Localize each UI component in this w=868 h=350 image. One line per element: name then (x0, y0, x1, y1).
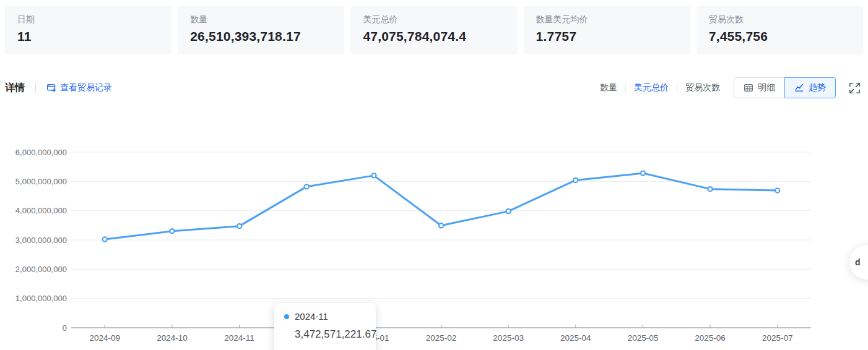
metric-tab-3[interactable]: 贸易次数 (685, 82, 720, 93)
stat-card-label: 贸易次数 (709, 14, 851, 24)
x-axis-tick-label: 2024-11 (224, 333, 254, 343)
y-axis-tick-label: 5,000,000,000 (15, 177, 67, 186)
data-point-marker[interactable] (237, 224, 241, 228)
stat-card-value: 26,510,393,718.17 (190, 29, 332, 44)
x-axis-tick-label: 2024-10 (157, 333, 188, 343)
chart-tooltip: 2024-11 3,472,571,221.67 (274, 303, 376, 350)
y-axis-tick-label: 1,000,000,000 (15, 294, 67, 303)
detail-header-right: 数量美元总价贸易次数 明细趋势 (600, 77, 861, 98)
tooltip-series-label: 2024-11 (295, 311, 328, 322)
tab-divider (677, 84, 677, 92)
x-axis-tick-label: 2024-09 (90, 333, 121, 343)
toggle-button-label: 趋势 (809, 82, 826, 93)
page-title: 详情 (5, 82, 25, 95)
stat-card-value: 7,455,756 (709, 29, 851, 44)
data-point-marker[interactable] (103, 237, 107, 241)
metric-tab-1[interactable]: 数量 (600, 82, 617, 93)
stat-card-label: 美元总价 (363, 14, 505, 24)
y-axis-tick-label: 6,000,000,000 (15, 148, 67, 157)
stat-card: 数量美元均价1.7757 (524, 6, 690, 54)
x-axis-tick-label: 2025-06 (695, 333, 726, 343)
stat-card: 日期11 (5, 6, 171, 54)
y-axis-tick-label: 4,000,000,000 (15, 206, 67, 215)
y-axis-tick-label: 3,000,000,000 (15, 236, 67, 245)
view-toggle-group: 明细趋势 (734, 77, 836, 98)
view-trade-records-link[interactable]: 查看贸易记录 (46, 82, 112, 93)
data-point-marker[interactable] (305, 184, 309, 189)
vertical-divider (35, 83, 36, 93)
view-trade-records-label: 查看贸易记录 (60, 82, 112, 93)
table-icon (744, 83, 753, 93)
x-axis-tick-label: 2025-05 (628, 333, 659, 343)
data-point-marker[interactable] (506, 209, 511, 213)
data-point-marker[interactable] (573, 178, 578, 182)
stat-card: 贸易次数7,455,756 (697, 6, 863, 54)
data-point-marker[interactable] (708, 187, 712, 191)
x-axis-tick-label: 2025-03 (493, 333, 524, 343)
stat-card-value: 11 (17, 29, 159, 44)
tooltip-value: 3,472,571,221.67 (295, 328, 366, 341)
window-export-icon (46, 83, 56, 93)
detail-view-button[interactable]: 明细 (734, 77, 785, 98)
trend-line-chart[interactable]: 01,000,000,0002,000,000,0003,000,000,000… (0, 111, 868, 350)
trend-view-button[interactable]: 趋势 (784, 77, 836, 98)
stat-card-label: 数量美元均价 (536, 14, 678, 24)
fullscreen-icon[interactable] (849, 82, 861, 94)
metric-tab-2[interactable]: 美元总价 (634, 82, 669, 93)
data-point-marker[interactable] (170, 229, 174, 233)
floating-widget-glyph: d (855, 257, 861, 267)
x-axis-tick-label: 2025-02 (426, 333, 457, 343)
stat-card-value: 47,075,784,074.4 (363, 29, 505, 44)
data-point-marker[interactable] (641, 171, 645, 175)
data-point-marker[interactable] (439, 223, 443, 228)
tooltip-title-row: 2024-11 (284, 311, 366, 322)
stat-card: 美元总价47,075,784,074.4 (350, 6, 517, 54)
x-axis-tick-label: 2025-04 (560, 333, 591, 343)
trend-icon (794, 83, 804, 93)
stat-card: 数量26,510,393,718.17 (178, 6, 344, 54)
stats-row: 日期11数量26,510,393,718.17美元总价47,075,784,07… (5, 6, 863, 54)
stat-card-label: 日期 (17, 14, 159, 24)
stat-card-value: 1.7757 (536, 29, 678, 44)
data-point-marker[interactable] (775, 188, 779, 192)
x-axis-tick-label: 2025-07 (762, 333, 793, 343)
stat-card-label: 数量 (190, 14, 332, 24)
tab-divider (625, 84, 626, 92)
detail-header: 详情 查看贸易记录 数量美元总价贸易次数 明细趋势 (5, 77, 861, 99)
y-axis-tick-label: 2,000,000,000 (15, 265, 67, 274)
y-axis-tick-label: 0 (63, 323, 67, 333)
metric-tabs: 数量美元总价贸易次数 (600, 82, 720, 93)
series-line (105, 173, 777, 239)
detail-header-left: 详情 查看贸易记录 (5, 82, 112, 95)
data-point-marker[interactable] (371, 173, 376, 177)
toggle-button-label: 明细 (758, 82, 775, 93)
series-dot-icon (284, 314, 289, 319)
